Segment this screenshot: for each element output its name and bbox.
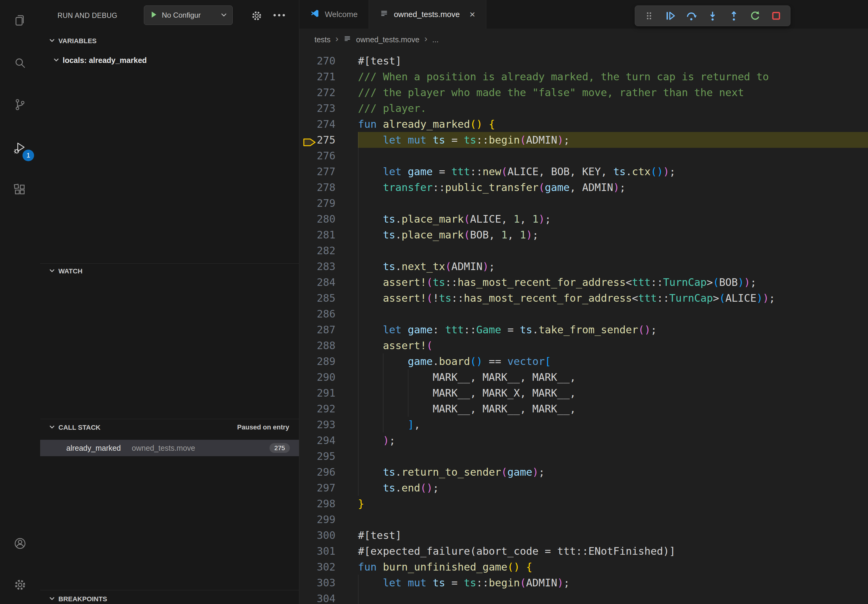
code-text[interactable]: /// When a position is already marked, t…	[358, 69, 868, 85]
code-line[interactable]: 299	[299, 511, 868, 527]
code-text[interactable]	[358, 243, 868, 259]
code-text[interactable]: ts.end();	[358, 480, 868, 496]
code-text[interactable]: let mut ts = ts::begin(ADMIN);	[358, 132, 868, 148]
gutter[interactable]: 296	[299, 464, 358, 480]
start-debug-icon[interactable]	[149, 10, 158, 20]
variables-scope-locals[interactable]: locals: already_marked	[53, 54, 147, 67]
gutter[interactable]: 304	[299, 591, 358, 604]
code-line[interactable]: 298}	[299, 496, 868, 511]
code-line[interactable]: 273/// player.	[299, 101, 868, 116]
line-number[interactable]: 277	[317, 166, 335, 178]
gutter[interactable]: 273	[299, 101, 358, 116]
debug-settings-gear-icon[interactable]	[251, 10, 263, 23]
code-text[interactable]: fun already_marked() {	[358, 116, 868, 132]
sidebar-item-explorer[interactable]	[0, 6, 40, 36]
gutter[interactable]: 297	[299, 480, 358, 496]
gutter[interactable]: 301	[299, 543, 358, 559]
code-text[interactable]: #[test]	[358, 527, 868, 543]
tab-welcome[interactable]: Welcome	[299, 0, 369, 29]
gutter[interactable]: 272	[299, 85, 358, 101]
line-number[interactable]: 288	[317, 339, 335, 352]
code-text[interactable]: MARK__, MARK__, MARK__,	[358, 369, 868, 385]
gutter[interactable]: 293	[299, 417, 358, 432]
gutter[interactable]: 291	[299, 385, 358, 401]
gutter[interactable]: 278	[299, 180, 358, 195]
code-line[interactable]: 284 assert!(ts::has_most_recent_for_addr…	[299, 274, 868, 290]
gutter[interactable]: 276	[299, 148, 358, 164]
line-number[interactable]: 302	[317, 561, 335, 573]
gutter[interactable]: 284	[299, 274, 358, 290]
gutter[interactable]: 270	[299, 53, 358, 69]
line-number[interactable]: 289	[317, 355, 335, 367]
line-number[interactable]: 285	[317, 292, 335, 304]
code-line[interactable]: 280 ts.place_mark(ALICE, 1, 1);	[299, 211, 868, 227]
gutter[interactable]: 300	[299, 527, 358, 543]
line-number[interactable]: 270	[317, 55, 335, 67]
code-line[interactable]: 301#[expected_failure(abort_code = ttt::…	[299, 543, 868, 559]
code-line[interactable]: 271/// When a position is already marked…	[299, 69, 868, 85]
code-text[interactable]: let game: ttt::Game = ts.take_from_sende…	[358, 322, 868, 338]
code-line[interactable]: 294 );	[299, 432, 868, 448]
line-number[interactable]: 292	[317, 403, 335, 415]
gutter[interactable]: 292	[299, 401, 358, 417]
code-line[interactable]: 303 let mut ts = ts::begin(ADMIN);	[299, 575, 868, 591]
gutter[interactable]: 285	[299, 290, 358, 306]
code-text[interactable]: transfer::public_transfer(game, ADMIN);	[358, 180, 868, 195]
code-line[interactable]: 293 ],	[299, 417, 868, 432]
gutter[interactable]: 295	[299, 448, 358, 464]
code-line[interactable]: 287 let game: ttt::Game = ts.take_from_s…	[299, 322, 868, 338]
code-text[interactable]: ts.place_mark(ALICE, 1, 1);	[358, 211, 868, 227]
code-line[interactable]: 304	[299, 591, 868, 604]
line-number[interactable]: 291	[317, 387, 335, 399]
step-out-button[interactable]	[726, 8, 742, 24]
line-number[interactable]: 282	[317, 245, 335, 257]
line-number[interactable]: 283	[317, 260, 335, 273]
line-number[interactable]: 284	[317, 276, 335, 288]
settings-button[interactable]	[0, 571, 40, 600]
stop-button[interactable]	[768, 8, 784, 24]
code-text[interactable]: assert!(ts::has_most_recent_for_address<…	[358, 274, 868, 290]
gutter[interactable]: 302	[299, 559, 358, 575]
code-line[interactable]: 286	[299, 306, 868, 322]
code-text[interactable]	[358, 148, 868, 164]
code-line[interactable]: 274fun already_marked() {	[299, 116, 868, 132]
code-text[interactable]: let game = ttt::new(ALICE, BOB, KEY, ts.…	[358, 164, 868, 180]
gutter[interactable]: 274	[299, 116, 358, 132]
debug-configuration-dropdown[interactable]: No Configur	[144, 5, 232, 25]
code-text[interactable]: ts.place_mark(BOB, 1, 1);	[358, 227, 868, 243]
code-text[interactable]: ts.return_to_sender(game);	[358, 464, 868, 480]
code-line[interactable]: 291 MARK__, MARK_X, MARK__,	[299, 385, 868, 401]
line-number[interactable]: 278	[317, 181, 335, 194]
code-text[interactable]: let mut ts = ts::begin(ADMIN);	[358, 575, 868, 591]
code-line[interactable]: 282	[299, 243, 868, 259]
line-number[interactable]: 275	[317, 134, 335, 146]
line-number[interactable]: 301	[317, 545, 335, 557]
code-text[interactable]: MARK__, MARK_X, MARK__,	[358, 385, 868, 401]
code-line[interactable]: 289 game.board() == vector[	[299, 353, 868, 369]
code-line[interactable]: 277 let game = ttt::new(ALICE, BOB, KEY,…	[299, 164, 868, 180]
code-line[interactable]: 297 ts.end();	[299, 480, 868, 496]
code-line[interactable]: 300#[test]	[299, 527, 868, 543]
line-number[interactable]: 298	[317, 497, 335, 510]
gutter[interactable]: 281	[299, 227, 358, 243]
code-text[interactable]: fun burn_unfinished_game() {	[358, 559, 868, 575]
section-variables[interactable]: VARIABLES	[49, 34, 97, 48]
code-line[interactable]: 288 assert!(	[299, 338, 868, 353]
code-text[interactable]: ],	[358, 417, 868, 432]
sidebar-item-search[interactable]	[0, 49, 40, 78]
section-breakpoints[interactable]: BREAKPOINTS	[49, 592, 107, 604]
line-number[interactable]: 293	[317, 418, 335, 431]
step-into-button[interactable]	[705, 8, 721, 24]
line-number[interactable]: 273	[317, 102, 335, 115]
code-line[interactable]: 270#[test]	[299, 53, 868, 69]
code-text[interactable]	[358, 448, 868, 464]
code-text[interactable]	[358, 591, 868, 604]
code-text[interactable]: /// the player who made the "false" move…	[358, 85, 868, 101]
line-number[interactable]: 271	[317, 71, 335, 83]
gutter[interactable]: 280	[299, 211, 358, 227]
line-number[interactable]: 286	[317, 308, 335, 320]
code-text[interactable]: /// player.	[358, 101, 868, 116]
more-actions-icon[interactable]	[273, 13, 285, 18]
code-text[interactable]: game.board() == vector[	[358, 353, 868, 369]
code-line[interactable]: 292 MARK__, MARK__, MARK__,	[299, 401, 868, 417]
